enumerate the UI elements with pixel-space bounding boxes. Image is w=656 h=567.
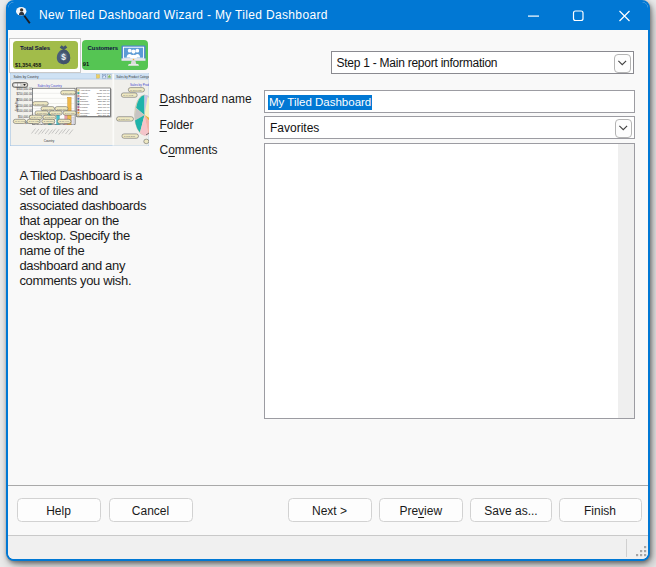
svg-text:Sales by Product Category: Sales by Product Category xyxy=(116,75,149,79)
svg-text:Finland: Finland xyxy=(80,106,88,108)
svg-text:Total Price: Total Price xyxy=(15,97,19,111)
svg-text:France: France xyxy=(80,109,88,111)
svg-text:Ireland: Ireland xyxy=(80,114,88,116)
svg-text:$ 102,196: $ 102,196 xyxy=(119,118,131,121)
svg-text:Canada: Canada xyxy=(80,100,89,102)
svg-text:$ 87,987.65: $ 87,987.65 xyxy=(63,92,77,95)
svg-text:Sales by Country: Sales by Country xyxy=(14,75,39,79)
svg-text:Sales by Product: Sales by Product xyxy=(130,83,149,87)
svg-text:$ 85,675.41: $ 85,675.41 xyxy=(35,103,49,106)
svg-text:$ 12,110: $ 12,110 xyxy=(44,120,54,123)
svg-text:$ 94,612: $ 94,612 xyxy=(123,94,133,97)
svg-text:Country: Country xyxy=(44,139,55,143)
svg-text:Belgium: Belgium xyxy=(80,95,88,97)
svg-text:$ 13,432: $ 13,432 xyxy=(29,120,39,123)
svg-text:$ 14,968: $ 14,968 xyxy=(15,120,25,123)
svg-text:$: $ xyxy=(61,53,66,62)
svg-text:$ 24,640: $ 24,640 xyxy=(31,116,41,119)
svg-text:$ 34,781: $ 34,781 xyxy=(65,112,75,115)
svg-text:$ 107,172: $ 107,172 xyxy=(130,89,142,92)
svg-text:Germany: Germany xyxy=(80,112,90,114)
svg-text:$250,000.00: $250,000.00 xyxy=(16,92,32,96)
svg-text:$ 35,134: $ 35,134 xyxy=(51,112,61,115)
svg-text:$300,000.00: $300,000.00 xyxy=(16,87,32,91)
svg-text:$ 55,334: $ 55,334 xyxy=(57,108,67,111)
svg-text:$ 38,115: $ 38,115 xyxy=(37,112,47,115)
svg-text:Sales by Country: Sales by Country xyxy=(38,84,63,88)
svg-text:$ 105,268: $ 105,268 xyxy=(124,135,136,138)
svg-text:$ 11,496: $ 11,496 xyxy=(60,120,70,123)
svg-text:Argentina: Argentina xyxy=(80,89,91,91)
svg-text:$ 57,317: $ 57,317 xyxy=(43,108,53,111)
svg-text:Brazil: Brazil xyxy=(80,98,86,100)
svg-text:Denmark: Denmark xyxy=(80,103,90,105)
svg-text:$ 18,770: $ 18,770 xyxy=(45,116,55,119)
svg-text:Austria: Austria xyxy=(80,92,88,94)
